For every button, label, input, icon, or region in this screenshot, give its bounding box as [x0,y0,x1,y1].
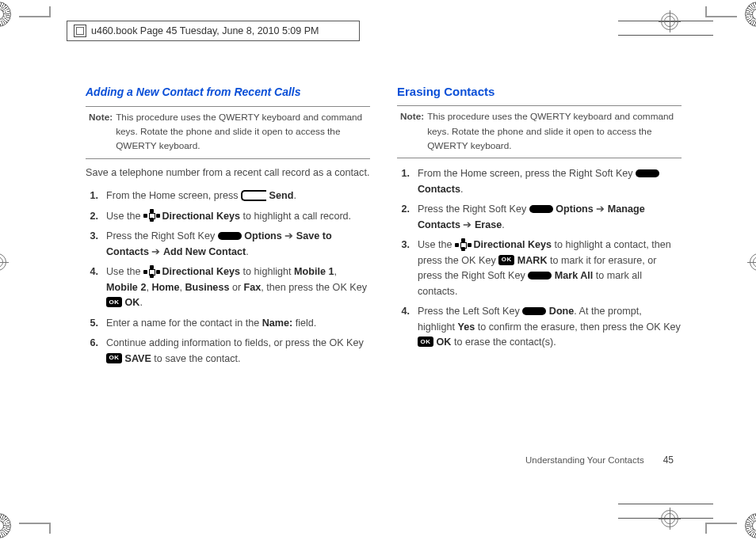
step-4: Press the Left Soft Key Done. At the pro… [418,304,682,351]
note-text: This procedure uses the QWERTY keyboard … [427,109,678,153]
footer-page-number: 45 [663,454,674,466]
step-3: Use the Directional Keys to highlight a … [418,238,682,299]
step-5: Enter a name for the contact in the Name… [106,316,370,332]
directional-keys-icon [143,266,159,277]
send-key-icon [241,190,266,201]
heading-erasing: Erasing Contacts [397,82,682,101]
soft-key-icon [522,307,546,315]
left-print-marks [0,0,14,540]
note-right: Note: This procedure uses the QWERTY key… [397,108,682,158]
left-column: Adding a New Contact from Recent Calls N… [86,78,370,454]
footer-section: Understanding Your Contacts [525,455,644,465]
step-2: Use the Directional Keys to highlight a … [106,209,370,225]
page-frame: u460.book Page 45 Tuesday, June 8, 2010 … [19,6,737,534]
steps-right: 1. From the Home screen, press the Right… [397,166,682,351]
soft-key-icon [528,272,552,280]
register-mark-top-right [685,13,702,30]
note-left: Note: This procedure uses the QWERTY key… [86,108,370,159]
right-print-marks [742,0,756,540]
intro-text: Save a telephone number from a recent ca… [86,165,370,181]
step-1: From the Home screen, press the Right So… [418,166,682,197]
ok-key-icon: OK [418,337,433,347]
soft-key-icon [529,205,553,213]
soft-key-icon [218,232,242,240]
heading-add-contact: Adding a New Contact from Recent Calls [86,84,370,101]
step-1: From the Home screen, press Send. [106,188,370,204]
directional-keys-icon [143,210,159,221]
ok-key-icon: OK [498,255,514,265]
framemaker-text: u460.book Page 45 Tuesday, June 8, 2010 … [91,25,319,36]
soft-key-icon [636,169,659,177]
step-4: Use the Directional Keys to highlight Mo… [106,264,370,311]
ok-key-icon: OK [106,297,122,307]
note-label: Note: [400,109,424,153]
step-6: Continue adding information to fields, o… [106,336,370,367]
step-2: Press the Right Soft Key Options ➔ Manag… [418,202,682,233]
steps-left: 1. From the Home screen, press Send. 2. … [86,188,370,367]
step-3: Press the Right Soft Key Options ➔ Save … [106,229,370,260]
note-label: Note: [89,110,113,154]
page-footer: Understanding Your Contacts 45 [525,454,674,466]
note-text: This procedure uses the QWERTY keyboard … [116,110,367,154]
ok-key-icon: OK [106,353,122,363]
book-icon [74,25,86,37]
directional-keys-icon [455,239,471,250]
right-column: Erasing Contacts Note: This procedure us… [397,78,682,454]
register-mark-bottom-right [685,510,702,527]
framemaker-strip: u460.book Page 45 Tuesday, June 8, 2010 … [67,21,360,41]
